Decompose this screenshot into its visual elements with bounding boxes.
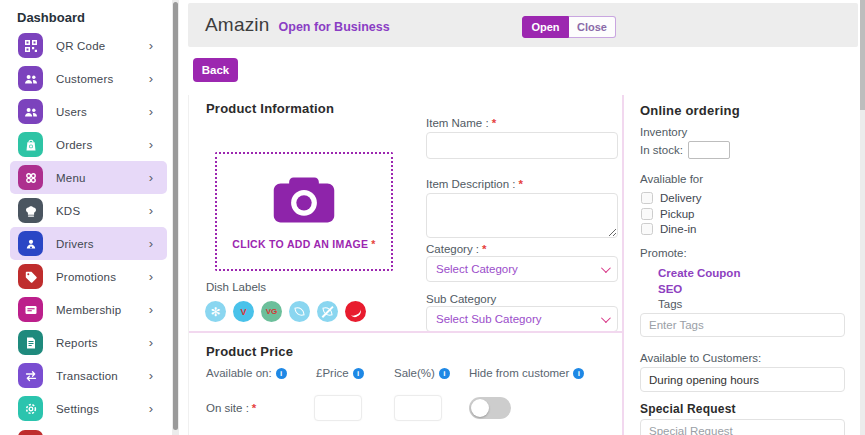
qr-code-icon (18, 33, 43, 58)
price-column-header: £Price (316, 367, 364, 379)
category-select[interactable]: Select Category (426, 256, 618, 282)
available-to-customers-input[interactable] (640, 367, 845, 392)
dine-in-checkbox[interactable] (641, 223, 653, 235)
kds-icon (18, 198, 43, 223)
open-close-toggle-group: Open Close (522, 16, 616, 38)
dish-label-vegan-icon[interactable]: VG (261, 301, 282, 322)
special-request-heading: Special Request (640, 402, 736, 416)
app-window: Dashboard QR Code › Customers › (0, 0, 865, 435)
dish-labels-row: ✻ V VG (205, 301, 366, 322)
image-upload-dropzone[interactable]: CLICK TO ADD AN IMAGE* (215, 152, 393, 271)
dish-label-leaf-icon[interactable] (289, 301, 310, 322)
sidebar-item-reports[interactable]: Reports › (10, 326, 167, 359)
item-description-textarea[interactable] (426, 193, 618, 238)
chevron-right-icon: › (149, 270, 153, 283)
chevron-right-icon: › (149, 171, 153, 184)
chevron-right-icon: › (149, 402, 153, 415)
sub-category-select[interactable]: Select Sub Category (426, 306, 618, 332)
membership-icon (18, 297, 43, 322)
chevron-right-icon: › (149, 237, 153, 250)
tags-input[interactable] (640, 313, 845, 337)
sidebar-item-label: Drivers (56, 238, 94, 250)
sidebar-item-menu[interactable]: Menu › (10, 161, 167, 194)
toggle-knob (471, 399, 489, 417)
sub-category-label: Sub Category (426, 293, 618, 305)
on-site-sale-input[interactable] (394, 395, 442, 421)
sidebar-item-transaction[interactable]: Transaction › (10, 359, 167, 392)
chevron-right-icon: › (149, 303, 153, 316)
info-icon[interactable] (353, 368, 364, 379)
seo-link[interactable]: SEO (658, 283, 682, 295)
info-icon[interactable] (439, 368, 450, 379)
info-icon[interactable] (573, 368, 584, 379)
store-status-text: Open for Business (279, 17, 390, 34)
open-button[interactable]: Open (522, 16, 569, 38)
on-site-price-input[interactable] (314, 395, 362, 421)
in-stock-row: In stock: (640, 141, 730, 159)
available-to-customers-label: Available to Customers: (640, 352, 761, 364)
close-button[interactable]: Close (569, 16, 616, 38)
sidebar-item-label: Settings (56, 403, 99, 415)
sidebar-item-orders[interactable]: Orders › (10, 128, 167, 161)
sidebar-item-label: Menu (56, 172, 86, 184)
sidebar-item-label: KDS (56, 205, 80, 217)
sidebar-scrollbar[interactable] (172, 0, 179, 435)
main-content: Amazin Open for Business Open Close Back… (179, 0, 860, 435)
dish-label-snowflake-icon[interactable]: ✻ (205, 301, 226, 322)
chevron-right-icon: › (149, 105, 153, 118)
dish-labels-title: Dish Labels (206, 281, 266, 293)
sidebar-item-customers[interactable]: Customers › (10, 62, 167, 95)
in-stock-label: In stock: (640, 144, 683, 156)
sidebar-item-partial[interactable] (10, 426, 167, 435)
hide-from-customer-toggle[interactable] (469, 397, 511, 419)
sidebar-item-label: Users (56, 106, 87, 118)
create-coupon-link[interactable]: Create Coupon (658, 267, 740, 279)
item-description-label: Item Description :* (426, 178, 618, 190)
sidebar-item-drivers[interactable]: Drivers › (10, 227, 167, 260)
hide-from-customer-column-header: Hide from customer (469, 367, 584, 379)
store-name: Amazin (205, 14, 270, 36)
dine-in-label: Dine-in (660, 223, 696, 235)
item-name-label: Item Name :* (426, 117, 618, 129)
sidebar-item-users[interactable]: Users › (10, 95, 167, 128)
sidebar-item-label: Membership (56, 304, 121, 316)
inventory-label: Inventory (640, 126, 687, 138)
dish-label-crossed-leaf-icon[interactable] (317, 301, 338, 322)
scrollbar-thumb[interactable] (173, 2, 178, 430)
in-stock-input[interactable] (688, 141, 730, 159)
reports-icon (18, 330, 43, 355)
scrollbar-thumb[interactable] (860, 0, 865, 110)
pickup-checkbox[interactable] (641, 208, 653, 220)
available-on-column-header: Available on: (206, 367, 287, 379)
dish-label-chilli-icon[interactable] (345, 301, 366, 322)
section-divider (189, 331, 622, 333)
drivers-icon (18, 231, 43, 256)
category-select-value: Select Category (436, 263, 518, 275)
delivery-option-row: Delivery (641, 192, 702, 204)
sidebar-item-membership[interactable]: Membership › (10, 293, 167, 326)
page-scrollbar[interactable] (860, 0, 865, 435)
sale-column-header: Sale(%) (394, 367, 450, 379)
sidebar-item-qr-code[interactable]: QR Code › (10, 29, 167, 62)
chevron-right-icon: › (149, 39, 153, 52)
product-information-section: Product Information CLICK TO ADD AN IMAG… (189, 95, 622, 435)
back-button[interactable]: Back (193, 58, 238, 82)
delivery-checkbox[interactable] (641, 192, 653, 204)
sidebar-menu: QR Code › Customers › Users › (0, 29, 173, 435)
sidebar-item-label: Promotions (56, 271, 116, 283)
sidebar-item-label: QR Code (56, 40, 105, 52)
category-label: Category :* (426, 243, 618, 255)
special-request-input[interactable] (640, 419, 845, 435)
item-name-input[interactable] (426, 132, 618, 159)
sidebar-item-kds[interactable]: KDS › (10, 194, 167, 227)
sidebar-item-promotions[interactable]: Promotions › (10, 260, 167, 293)
chevron-right-icon: › (149, 204, 153, 217)
chevron-down-icon (601, 313, 611, 323)
info-icon[interactable] (276, 368, 287, 379)
dish-label-vegetarian-icon[interactable]: V (233, 301, 254, 322)
dine-in-option-row: Dine-in (641, 223, 696, 235)
sidebar-item-settings[interactable]: Settings › (10, 392, 167, 425)
chevron-right-icon: › (149, 72, 153, 85)
users-icon (18, 99, 43, 124)
transaction-icon (18, 363, 43, 388)
